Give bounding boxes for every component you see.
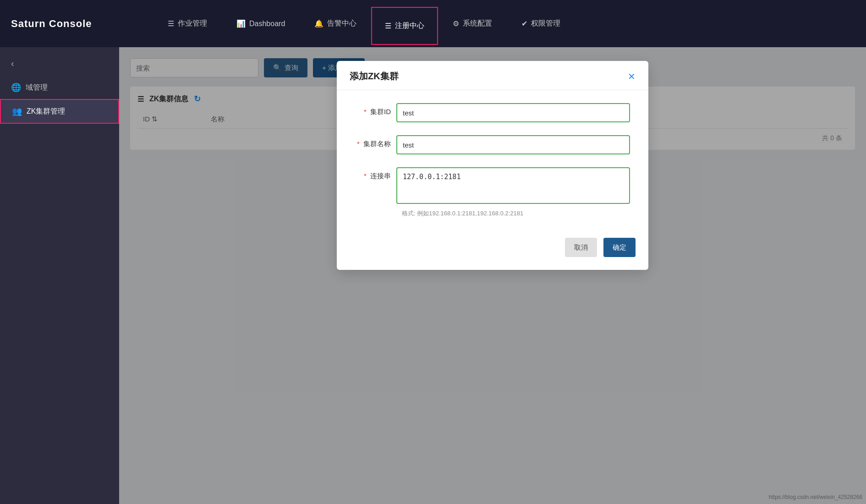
dialog-footer: 取消 确定	[337, 230, 648, 270]
sidebar-item-label: ZK集群管理	[27, 107, 65, 116]
connection-string-hint: 格式: 例如192.168.0.1:2181,192.168.0.2:2181	[402, 209, 630, 218]
register-icon: ☰	[385, 22, 391, 30]
dashboard-icon: 📊	[236, 19, 246, 28]
required-star: *	[364, 172, 367, 180]
cluster-name-input[interactable]	[396, 135, 630, 154]
connection-string-input[interactable]: 127.0.0.1:2181	[396, 167, 630, 204]
topnav: Saturn Console ☰ 作业管理 📊 Dashboard 🔔 告警中心…	[0, 0, 866, 47]
topnav-items: ☰ 作业管理 📊 Dashboard 🔔 告警中心 ☰ 注册中心 ⚙ 系统配置 …	[153, 0, 855, 47]
topnav-item-label: 权限管理	[531, 19, 560, 28]
bell-icon: 🔔	[314, 19, 323, 28]
topnav-item-label: 作业管理	[178, 19, 207, 28]
add-zk-cluster-dialog: 添加ZK集群 ✕ * 集群ID *	[337, 61, 648, 270]
app-brand: Saturn Console	[11, 18, 153, 30]
topnav-item-label: 系统配置	[463, 19, 492, 28]
check-icon: ✔	[521, 19, 527, 28]
topnav-item-register-center[interactable]: ☰ 注册中心	[371, 7, 438, 45]
required-star: *	[357, 140, 360, 148]
sidebar-back-button[interactable]: ‹	[0, 55, 119, 76]
cluster-id-label: * 集群ID	[355, 103, 396, 116]
form-row-cluster-name: * 集群名称	[355, 135, 630, 154]
gear-icon: ⚙	[453, 19, 459, 28]
dialog-overlay: 添加ZK集群 ✕ * 集群ID *	[119, 47, 866, 504]
form-row-connection-string: * 连接串 127.0.0.1:2181	[355, 167, 630, 204]
form-row-cluster-id: * 集群ID	[355, 103, 630, 122]
cluster-icon: 👥	[12, 106, 22, 116]
layout: ‹ 🌐 域管理 👥 ZK集群管理 🔍 查询 + 添加集群 ☰ ZK集	[0, 47, 866, 504]
dialog-close-button[interactable]: ✕	[628, 71, 636, 82]
cancel-button[interactable]: 取消	[565, 238, 597, 257]
topnav-item-permission[interactable]: ✔ 权限管理	[507, 0, 575, 47]
sidebar-item-label: 域管理	[26, 83, 48, 93]
globe-icon: 🌐	[11, 82, 21, 93]
topnav-item-label: Dashboard	[249, 20, 285, 28]
topnav-item-system-config[interactable]: ⚙ 系统配置	[438, 0, 507, 47]
sidebar-item-domain-mgmt[interactable]: 🌐 域管理	[0, 76, 119, 99]
topnav-item-alert-center[interactable]: 🔔 告警中心	[300, 0, 371, 47]
dialog-body: * 集群ID * 集群名称	[337, 90, 648, 230]
dialog-title: 添加ZK集群	[350, 70, 399, 82]
topnav-item-label: 注册中心	[395, 21, 424, 31]
topnav-item-label: 告警中心	[327, 19, 356, 28]
sidebar: ‹ 🌐 域管理 👥 ZK集群管理	[0, 47, 119, 504]
dialog-header: 添加ZK集群 ✕	[337, 61, 648, 90]
required-star: *	[364, 108, 367, 115]
confirm-button[interactable]: 确定	[603, 238, 636, 257]
cluster-id-input[interactable]	[396, 103, 630, 122]
connection-string-label: * 连接串	[355, 167, 396, 181]
sidebar-item-zk-cluster-mgmt[interactable]: 👥 ZK集群管理	[0, 99, 119, 124]
job-mgmt-icon: ☰	[168, 19, 174, 28]
topnav-item-job-mgmt[interactable]: ☰ 作业管理	[153, 0, 222, 47]
main-content: 🔍 查询 + 添加集群 ☰ ZK集群信息 ↻ ID ⇅ 名称 共 0 条	[119, 47, 866, 504]
cluster-name-label: * 集群名称	[355, 135, 396, 148]
topnav-item-dashboard[interactable]: 📊 Dashboard	[222, 0, 300, 47]
